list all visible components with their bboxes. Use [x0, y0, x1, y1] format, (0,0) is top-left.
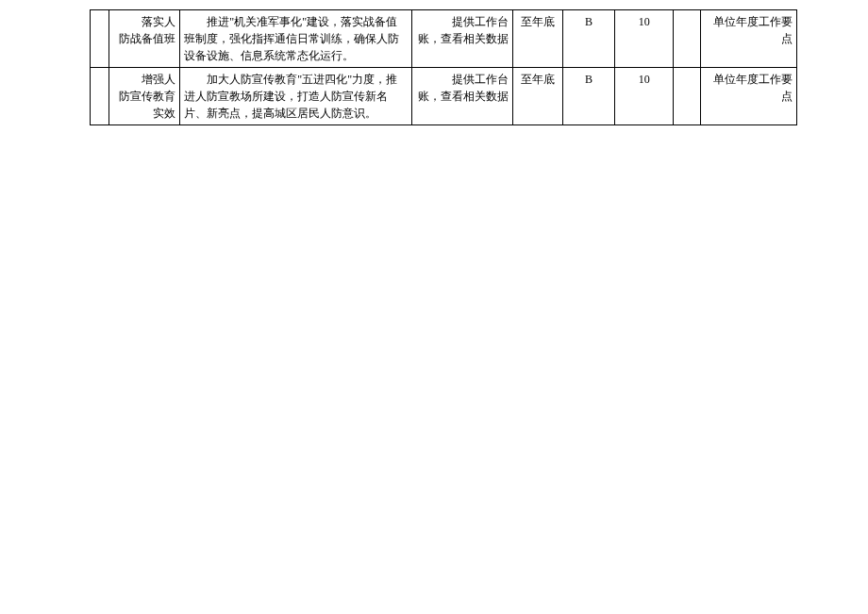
cell-name: 落实人防战备值班	[108, 10, 179, 68]
cell-note: 单位年度工作要点	[701, 68, 797, 125]
table-row: 增强人防宣传教育实效 加大人防宣传教育"五进四化"力度，推进人防宣教场所建设，打…	[91, 68, 797, 125]
table-row: 落实人防战备值班 推进"机关准军事化"建设，落实战备值班制度，强化指挥通信日常训…	[91, 10, 797, 68]
cell-note: 单位年度工作要点	[701, 10, 797, 68]
cell-name: 增强人防宣传教育实效	[108, 68, 179, 125]
table: 落实人防战备值班 推进"机关准军事化"建设，落实战备值班制度，强化指挥通信日常训…	[90, 9, 797, 125]
cell-time: 至年底	[512, 68, 562, 125]
cell-blank	[674, 10, 701, 68]
cell-grade: B	[562, 68, 614, 125]
cell-basis: 提供工作台账，查看相关数据	[412, 10, 512, 68]
cell-desc: 推进"机关准军事化"建设，落实战备值班制度，强化指挥通信日常训练，确保人防设备设…	[180, 10, 412, 68]
cell-desc: 加大人防宣传教育"五进四化"力度，推进人防宣教场所建设，打造人防宣传新名片、新亮…	[180, 68, 412, 125]
data-table: 落实人防战备值班 推进"机关准军事化"建设，落实战备值班制度，强化指挥通信日常训…	[90, 9, 797, 125]
cell-basis: 提供工作台账，查看相关数据	[412, 68, 512, 125]
cell-index	[91, 68, 109, 125]
cell-blank	[674, 68, 701, 125]
cell-score: 10	[615, 10, 674, 68]
cell-score: 10	[615, 68, 674, 125]
cell-index	[91, 10, 109, 68]
cell-time: 至年底	[512, 10, 562, 68]
cell-grade: B	[562, 10, 614, 68]
